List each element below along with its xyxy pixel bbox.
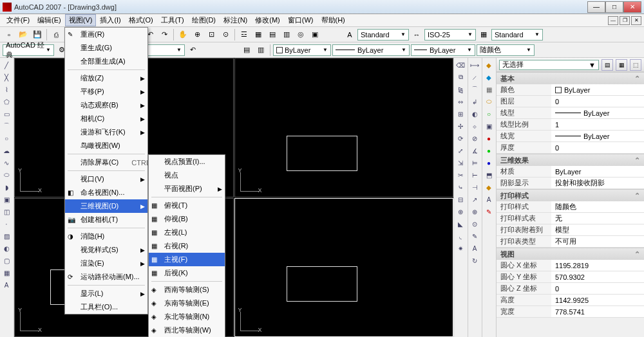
copy-obj-icon[interactable]: ⧉ <box>455 71 466 83</box>
mdi-restore[interactable]: ❐ <box>620 16 630 25</box>
prop-row[interactable]: 圆心 X 坐标1195.2819 <box>497 260 644 271</box>
misc-icon-13[interactable]: ✎ <box>483 206 495 217</box>
viewport-tr[interactable]: YX <box>234 58 454 197</box>
pan-icon[interactable]: ✋ <box>176 28 189 41</box>
circle-icon[interactable]: ○ <box>1 132 12 144</box>
dimedit-icon[interactable]: ✎ <box>469 230 480 242</box>
menu-item[interactable]: ▦左视(L) <box>149 226 225 239</box>
markup-icon[interactable]: ◎ <box>294 28 307 41</box>
menu-item[interactable]: 缩放(Z)▶ <box>65 71 147 85</box>
sheetset-icon[interactable]: ▥ <box>280 28 293 41</box>
menu-item[interactable]: ✎重画(R) <box>65 28 147 41</box>
dimstyle-icon[interactable]: ↔ <box>410 28 423 41</box>
menu-item[interactable]: ▦俯视(T) <box>149 199 225 212</box>
tablestyle-combo[interactable]: Standard▼ <box>491 29 543 41</box>
rectangle-icon[interactable]: ▭ <box>1 108 12 120</box>
prop-row[interactable]: 线型ByLayer <box>497 107 644 119</box>
misc-icon-4[interactable]: ⬭ <box>483 96 495 107</box>
menu-item[interactable]: 渲染(E)▶ <box>65 257 147 270</box>
dimbase-icon[interactable]: ⊢ <box>469 169 480 181</box>
prop-row[interactable]: 圆心 Y 坐标570.9302 <box>497 271 644 283</box>
gradient-icon[interactable]: ◐ <box>1 242 12 254</box>
workspace-combo[interactable]: AutoCAD 经典▼ <box>3 44 54 56</box>
zoom-rt-icon[interactable]: ⊕ <box>191 28 204 41</box>
prop-row[interactable]: 阴影显示投射和接收阴影 <box>497 178 644 189</box>
misc-icon-7[interactable]: ● <box>483 132 495 144</box>
misc-icon-3[interactable]: ▦ <box>483 84 495 95</box>
tolerance-icon[interactable]: ⊕ <box>469 206 480 217</box>
dimarc-icon[interactable]: ⌒ <box>469 84 480 95</box>
prop-row[interactable]: 高度1142.9925 <box>497 295 644 306</box>
offset-icon[interactable]: ⇔ <box>455 96 466 107</box>
menu-item[interactable]: ◈西南等轴测(S) <box>149 283 225 296</box>
leader-icon[interactable]: ↗ <box>469 194 480 205</box>
stretch-icon[interactable]: ⇲ <box>455 157 466 168</box>
prop-row[interactable]: 厚度0 <box>497 142 644 154</box>
menu-item[interactable]: 全部重生成(A) <box>65 55 147 68</box>
menu-insert[interactable]: 插入(I) <box>96 14 124 26</box>
dcenter-icon[interactable]: ▦ <box>252 28 265 41</box>
menu-item[interactable]: ◈西北等轴测(W) <box>149 323 225 337</box>
menu-format[interactable]: 格式(O) <box>125 14 157 26</box>
misc-icon-2[interactable]: ◆ <box>483 71 495 83</box>
prop-row[interactable]: 打印表类型不可用 <box>497 236 644 248</box>
menu-modify[interactable]: 修改(M) <box>251 14 284 26</box>
menu-item[interactable]: 视点预置(I)... <box>149 155 225 168</box>
misc-icon-1[interactable]: ◆ <box>483 59 495 71</box>
pline-icon[interactable]: ⌇ <box>1 84 12 95</box>
menu-item[interactable]: 漫游和飞行(K)▶ <box>65 125 147 139</box>
misc-icon-9[interactable]: ● <box>483 157 495 168</box>
minimize-button[interactable]: — <box>587 1 605 13</box>
misc-icon-5[interactable]: ○ <box>483 108 495 120</box>
prop-row[interactable]: 线型比例1 <box>497 119 644 131</box>
menu-item[interactable]: 相机(C)▶ <box>65 112 147 125</box>
xline-icon[interactable]: ╳ <box>1 71 12 83</box>
region-icon[interactable]: ▢ <box>1 255 12 266</box>
spline-icon[interactable]: ∿ <box>1 157 12 168</box>
prop-row[interactable]: 打印样式随颜色 <box>497 201 644 213</box>
linetype-combo[interactable]: ByLayer▼ <box>332 44 410 56</box>
misc-icon-12[interactable]: A <box>483 194 495 205</box>
scale-icon[interactable]: ⤢ <box>455 145 466 156</box>
prop-row[interactable]: 线宽ByLayer <box>497 131 644 142</box>
maximize-button[interactable]: □ <box>605 1 623 13</box>
menu-window[interactable]: 窗口(W) <box>284 14 317 26</box>
viewport-br[interactable]: YX <box>234 198 454 338</box>
ellipsearc-icon[interactable]: ◗ <box>1 181 12 193</box>
toolpal-icon[interactable]: ▤ <box>266 28 279 41</box>
menu-file[interactable]: 文件(F) <box>3 14 33 26</box>
prop-row[interactable]: 打印样式表无 <box>497 213 644 224</box>
close-button[interactable]: ✕ <box>623 1 641 13</box>
point-icon[interactable]: · <box>1 218 12 230</box>
mdi-close[interactable]: ✕ <box>631 16 641 25</box>
revcloud-icon[interactable]: ☁ <box>1 145 12 156</box>
menu-item[interactable]: 动态观察(B)▶ <box>65 98 147 112</box>
open-icon[interactable]: 📂 <box>17 28 30 41</box>
line-icon[interactable]: ╱ <box>1 59 12 71</box>
menu-item[interactable]: 📷创建相机(T) <box>65 213 147 226</box>
trim-icon[interactable]: ✂ <box>455 169 466 181</box>
menu-draw[interactable]: 绘图(D) <box>188 14 220 26</box>
explode-icon[interactable]: ✷ <box>455 242 466 254</box>
menu-item[interactable]: 三维视图(D)▶ <box>65 199 147 213</box>
properties-icon[interactable]: ☲ <box>238 28 251 41</box>
textstyle-icon[interactable]: A <box>343 28 356 41</box>
menu-item[interactable]: 视觉样式(S)▶ <box>65 243 147 257</box>
calc-icon[interactable]: ▣ <box>308 28 321 41</box>
dimjog-icon[interactable]: ⟐ <box>469 120 480 132</box>
layer-iso-icon[interactable]: ▥ <box>254 44 267 57</box>
extend-icon[interactable]: ⤷ <box>455 181 466 193</box>
lineweight-combo[interactable]: ByLayer▼ <box>411 44 475 56</box>
misc-icon-10[interactable]: ⬒ <box>483 169 495 181</box>
redo-icon[interactable]: ↷ <box>158 28 171 41</box>
array-icon[interactable]: ⊞ <box>455 108 466 120</box>
menu-item[interactable]: ▦后视(K) <box>149 266 225 280</box>
menu-item[interactable]: 工具栏(O)... <box>65 300 147 314</box>
prop-row[interactable]: 圆心 Z 坐标0 <box>497 283 644 295</box>
menu-item[interactable]: ◑消隐(H) <box>65 230 147 243</box>
fillet-icon[interactable]: ◟ <box>455 230 466 242</box>
menu-item[interactable]: 鸟瞰视图(W) <box>65 139 147 152</box>
menu-item[interactable]: 清除屏幕(C)CTRL+0 <box>65 156 147 169</box>
pickadd-icon[interactable]: ▦ <box>616 59 627 71</box>
menu-item[interactable]: 平移(P)▶ <box>65 85 147 98</box>
